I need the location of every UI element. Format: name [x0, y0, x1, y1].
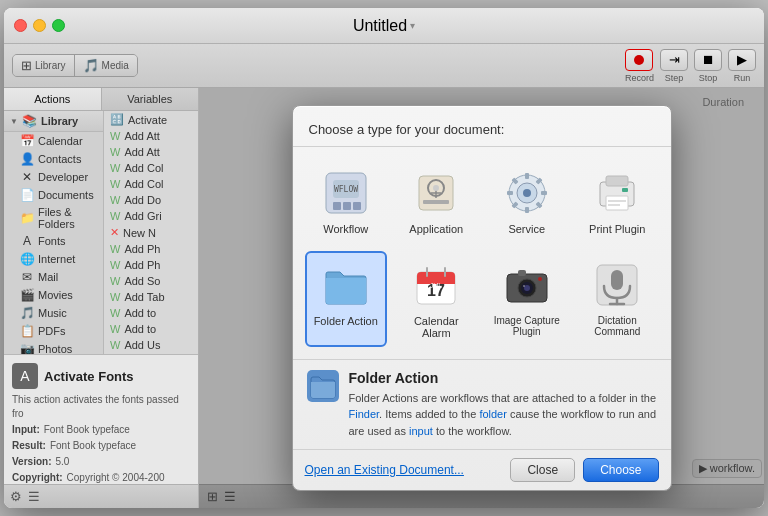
sidebar-item-fonts[interactable]: A Fonts	[4, 232, 103, 250]
step-button[interactable]: ⇥ Step	[660, 49, 688, 83]
action-add-col-1[interactable]: W Add Col	[104, 160, 198, 176]
info-icon: A	[12, 363, 38, 389]
stop-button[interactable]: ⏹ Stop	[694, 49, 722, 83]
sidebar-item-photos[interactable]: 📷 Photos	[4, 340, 103, 354]
action-icon: 🔠	[110, 113, 124, 126]
maximize-button[interactable]	[52, 19, 65, 32]
doc-type-application[interactable]: Application	[395, 159, 478, 243]
doc-type-folder-action[interactable]: Folder Action	[305, 251, 388, 347]
modal-desc-title: Folder Action	[349, 370, 657, 386]
section-label: Library	[41, 115, 78, 127]
doc-type-image-capture[interactable]: Image Capture Plugin	[486, 251, 569, 347]
open-existing-button[interactable]: Open an Existing Document...	[305, 463, 464, 477]
action-add-ph-1[interactable]: W Add Ph	[104, 241, 198, 257]
action-add-to-2[interactable]: W Add to	[104, 321, 198, 337]
calendar-alarm-label: Calendar Alarm	[401, 315, 472, 339]
record-button[interactable]: Record	[625, 49, 654, 83]
action-label: Add Col	[124, 162, 163, 174]
action-add-att-1[interactable]: W Add Att	[104, 128, 198, 144]
info-title: Activate Fonts	[44, 369, 134, 384]
version-value: 5.0	[55, 455, 69, 469]
svg-rect-4	[343, 202, 351, 210]
version-label: Version:	[12, 455, 51, 469]
action-add-so[interactable]: W Add So	[104, 273, 198, 289]
doc-type-service[interactable]: Service	[486, 159, 569, 243]
toolbar-right: Record ⇥ Step ⏹ Stop ▶ Run	[625, 49, 756, 83]
settings-icon[interactable]: ⚙	[10, 489, 22, 504]
contacts-label: Contacts	[38, 153, 81, 165]
svg-rect-24	[606, 176, 628, 186]
action-add-to-1[interactable]: W Add to	[104, 305, 198, 321]
tab-variables[interactable]: Variables	[102, 88, 199, 110]
action-add-tab[interactable]: W Add Tab	[104, 289, 198, 305]
service-label: Service	[508, 223, 545, 235]
choose-button[interactable]: Choose	[583, 458, 658, 482]
action-add-us[interactable]: W Add Us	[104, 337, 198, 353]
action-new-n[interactable]: ✕ New N	[104, 224, 198, 241]
action-label: Add Ph	[124, 259, 160, 271]
doc-type-dictation[interactable]: Dictation Command	[576, 251, 659, 347]
action-add-att-2[interactable]: W Add Att	[104, 144, 198, 160]
run-button[interactable]: ▶ Run	[728, 49, 756, 83]
action-icon: W	[110, 146, 120, 158]
action-add-ph-2[interactable]: W Add Ph	[104, 257, 198, 273]
sidebar-item-music[interactable]: 🎵 Music	[4, 304, 103, 322]
result-value: Font Book typeface	[50, 439, 136, 453]
doc-type-print-plugin[interactable]: Print Plugin	[576, 159, 659, 243]
sidebar-item-movies[interactable]: 🎬 Movies	[4, 286, 103, 304]
sidebar-item-calendar[interactable]: 📅 Calendar	[4, 132, 103, 150]
svg-rect-15	[525, 173, 529, 179]
toolbar: ⊞ Library 🎵 Media Record ⇥ Step	[4, 44, 764, 88]
modal-desc-icon	[307, 370, 339, 402]
action-add-gri[interactable]: W Add Gri	[104, 208, 198, 224]
doc-type-workflow[interactable]: WFLOW Workflow	[305, 159, 388, 243]
input-value: Font Book typeface	[44, 423, 130, 437]
sidebar-section-header: ▼ 📚 Library	[4, 111, 103, 132]
info-panel: A Activate Fonts This action activates t…	[4, 354, 198, 484]
sidebar-item-documents[interactable]: 📄 Documents	[4, 186, 103, 204]
input-label: Input:	[12, 423, 40, 437]
action-activate[interactable]: 🔠 Activate	[104, 111, 198, 128]
sidebar-item-internet[interactable]: 🌐 Internet	[4, 250, 103, 268]
image-capture-label: Image Capture Plugin	[492, 315, 563, 337]
tab-actions[interactable]: Actions	[4, 88, 102, 110]
svg-rect-28	[608, 204, 620, 206]
record-icon	[625, 49, 653, 71]
stop-label: Stop	[699, 73, 718, 83]
sidebar-content: ▼ 📚 Library 📅 Calendar 👤 Contacts ✕	[4, 111, 198, 354]
sidebar-item-contacts[interactable]: 👤 Contacts	[4, 150, 103, 168]
media-button[interactable]: 🎵 Media	[75, 55, 137, 76]
content-area: Duration ⊞ ☰ Choose a type for your docu…	[199, 88, 764, 508]
step-icon: ⇥	[660, 49, 688, 71]
music-icon: 🎵	[20, 306, 34, 320]
close-button[interactable]: Close	[510, 458, 575, 482]
action-add-col-2[interactable]: W Add Col	[104, 176, 198, 192]
pdfs-icon: 📋	[20, 324, 34, 338]
pdfs-label: PDFs	[38, 325, 66, 337]
action-label: Add Ph	[124, 243, 160, 255]
doc-type-calendar-alarm[interactable]: 17 JUL Calendar Alarm	[395, 251, 478, 347]
list-icon[interactable]: ☰	[28, 489, 40, 504]
sidebar-item-mail[interactable]: ✉ Mail	[4, 268, 103, 286]
action-label: Add Att	[124, 146, 159, 158]
sidebar-bottom-bar: ⚙ ☰	[4, 484, 198, 508]
run-label: Run	[734, 73, 751, 83]
action-add-do[interactable]: W Add Do	[104, 192, 198, 208]
developer-icon: ✕	[20, 170, 34, 184]
movies-icon: 🎬	[20, 288, 34, 302]
svg-point-42	[538, 277, 542, 281]
workflow-icon: WFLOW	[320, 167, 372, 219]
mail-label: Mail	[38, 271, 58, 283]
svg-rect-21	[507, 191, 513, 195]
sidebar-item-developer[interactable]: ✕ Developer	[4, 168, 103, 186]
sidebar-item-files[interactable]: 📁 Files & Folders	[4, 204, 103, 232]
library-button[interactable]: ⊞ Library	[13, 55, 75, 76]
minimize-button[interactable]	[33, 19, 46, 32]
modal-overlay: Choose a type for your document: WFLOW	[199, 88, 764, 508]
sidebar-item-pdfs[interactable]: 📋 PDFs	[4, 322, 103, 340]
image-capture-icon	[501, 259, 553, 311]
info-subtitle: This action activates the fonts passed f…	[12, 393, 190, 421]
close-button[interactable]	[14, 19, 27, 32]
footer-buttons: Close Choose	[510, 458, 658, 482]
record-label: Record	[625, 73, 654, 83]
